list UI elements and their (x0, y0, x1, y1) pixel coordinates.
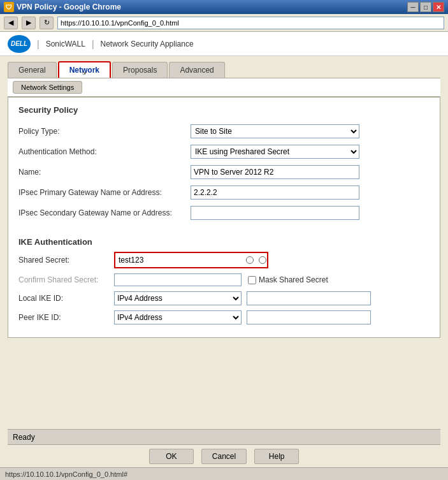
footer-url: https://10.10.10.1/vpnConfig_0_0.html# (5, 470, 127, 478)
dell-logo: DELL (8, 35, 31, 53)
footer-bar: https://10.10.10.1/vpnConfig_0_0.html# (0, 467, 448, 480)
status-text: Ready (13, 433, 35, 442)
radio-group (246, 256, 266, 264)
confirm-secret-row: Confirm Shared Secret: Mask Shared Secre… (18, 273, 430, 286)
sub-tab-bar: Network Settings (8, 78, 440, 97)
brand-divider1: | (37, 39, 40, 49)
policy-type-label: Policy Type: (18, 127, 191, 136)
ike-auth-title: IKE Authentication (18, 237, 430, 247)
policy-type-control: Site to Site Tunnel Interface VPN Client… (191, 124, 359, 138)
local-ike-value-input[interactable] (247, 291, 371, 305)
vpn-name-row: Name: (18, 164, 430, 180)
mask-secret-checkbox[interactable] (248, 276, 256, 284)
status-bar: Ready (8, 429, 440, 444)
tab-general[interactable]: General (8, 62, 57, 78)
peer-ike-label: Peer IKE ID: (18, 313, 114, 322)
brand-bar: DELL | SonicWALL | Network Security Appl… (0, 32, 448, 56)
auth-method-row: Authentication Method: IKE using Preshar… (18, 144, 430, 159)
button-bar: OK Cancel Help (8, 444, 440, 467)
tabs-row: General Network ☞ Proposals Advanced (8, 56, 440, 78)
radio-option-2[interactable] (259, 256, 266, 264)
vpn-name-label: Name: (18, 168, 191, 177)
cursor-icon: ☞ (82, 71, 87, 76)
help-button[interactable]: Help (254, 449, 299, 464)
auth-method-label: Authentication Method: (18, 147, 191, 156)
cancel-button[interactable]: Cancel (201, 449, 247, 464)
tab-proposals[interactable]: Proposals (112, 62, 168, 78)
sonicwall-label: SonicWALL (46, 40, 85, 48)
radio-option-1[interactable] (246, 256, 254, 264)
window-icon: 🛡 (4, 2, 14, 12)
window-title: VPN Policy - Google Chrome (17, 3, 407, 11)
secondary-gw-label: IPsec Secondary Gateway Name or Address: (18, 208, 191, 217)
appliance-label: Network Security Appliance (101, 40, 194, 48)
sub-tab-network-settings[interactable]: Network Settings (13, 81, 82, 94)
policy-type-row: Policy Type: Site to Site Tunnel Interfa… (18, 124, 430, 139)
peer-ike-row: Peer IKE ID: IPv4 Address FQDN Email Add… (18, 310, 430, 324)
address-bar: ◀ ▶ ↻ (0, 14, 448, 32)
primary-gw-control (191, 185, 359, 200)
policy-type-select[interactable]: Site to Site Tunnel Interface VPN Client… (191, 124, 359, 138)
title-bar: 🛡 VPN Policy - Google Chrome ─ □ ✕ (0, 0, 448, 14)
primary-gw-input[interactable] (191, 185, 359, 200)
tab-advanced[interactable]: Advanced (169, 62, 224, 78)
tab-network[interactable]: Network ☞ (58, 61, 111, 78)
content-wrapper: General Network ☞ Proposals Advanced Net… (0, 56, 448, 467)
auth-method-select[interactable]: IKE using Preshared Secret IKE using 3rd… (191, 145, 359, 159)
brand-divider2: | (92, 39, 94, 49)
security-policy-title: Security Policy (18, 105, 430, 117)
close-button[interactable]: ✕ (433, 2, 444, 12)
shared-secret-row: Shared Secret: (18, 252, 430, 268)
mask-secret-label[interactable]: Mask Shared Secret (248, 275, 328, 284)
confirm-secret-input[interactable] (114, 273, 242, 286)
shared-secret-input[interactable] (116, 254, 243, 266)
secondary-gw-input[interactable] (191, 206, 359, 220)
reload-button[interactable]: ↻ (40, 17, 54, 29)
window-controls[interactable]: ─ □ ✕ (407, 2, 444, 12)
secondary-gw-row: IPsec Secondary Gateway Name or Address: (18, 205, 430, 221)
local-ike-type-select[interactable]: IPv4 Address FQDN Email Address DN (114, 291, 242, 305)
vpn-name-control (191, 165, 359, 179)
local-ike-row: Local IKE ID: IPv4 Address FQDN Email Ad… (18, 291, 430, 305)
url-field[interactable] (57, 17, 444, 29)
back-button[interactable]: ◀ (4, 17, 18, 29)
peer-ike-value-input[interactable] (247, 310, 371, 324)
auth-method-control: IKE using Preshared Secret IKE using 3rd… (191, 145, 359, 159)
content-area: Security Policy Policy Type: Site to Sit… (8, 97, 440, 338)
maximize-button[interactable]: □ (420, 2, 431, 12)
local-ike-label: Local IKE ID: (18, 294, 114, 303)
forward-button[interactable]: ▶ (22, 17, 36, 29)
ok-button[interactable]: OK (149, 449, 194, 464)
primary-gw-label: IPsec Primary Gateway Name or Address: (18, 188, 191, 197)
primary-gw-row: IPsec Primary Gateway Name or Address: (18, 185, 430, 200)
secondary-gw-control (191, 206, 359, 220)
shared-secret-input-wrap (114, 252, 268, 268)
peer-ike-type-select[interactable]: IPv4 Address FQDN Email Address DN (114, 310, 242, 324)
shared-secret-label: Shared Secret: (18, 256, 114, 265)
confirm-secret-label: Confirm Shared Secret: (18, 275, 114, 284)
vpn-name-input[interactable] (191, 165, 359, 179)
minimize-button[interactable]: ─ (407, 2, 419, 12)
